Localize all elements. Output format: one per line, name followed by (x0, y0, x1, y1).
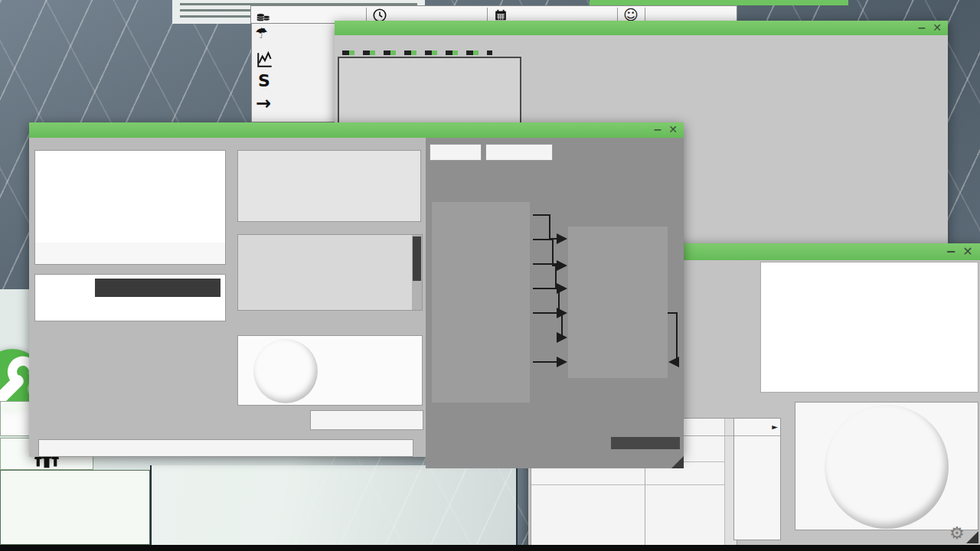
develop-button[interactable] (38, 439, 413, 457)
specializations-panel (237, 335, 423, 406)
resize-handle[interactable] (671, 456, 684, 468)
server-dropdown[interactable] (95, 279, 220, 297)
stock-list (760, 262, 978, 393)
line-chart-icon[interactable] (256, 50, 274, 73)
scm-dropdown[interactable] (95, 300, 220, 318)
bottom-toolbar (150, 465, 518, 545)
details-panel (237, 234, 423, 311)
resize-handle[interactable] (966, 531, 978, 543)
arrow-right-icon[interactable]: → (256, 93, 271, 114)
offscreen-window-edge (590, 0, 848, 5)
header-divider (734, 435, 780, 436)
market-share-pie-chart (825, 405, 949, 529)
close-icon[interactable]: ✕ (667, 124, 679, 135)
row-divider (531, 484, 724, 485)
minimize-button[interactable]: − (945, 246, 957, 258)
server-panel (34, 274, 226, 321)
feature-list-background (568, 227, 668, 378)
scrollbar-thumb[interactable] (413, 236, 421, 281)
chart-series-peek (342, 51, 492, 55)
character-info-panel[interactable] (0, 470, 150, 545)
stock-chart-side-panel: ☂↗ S → (251, 21, 335, 122)
features-panel (426, 138, 684, 468)
minimize-button[interactable]: − (916, 22, 928, 34)
minimize-button[interactable]: − (652, 124, 664, 135)
information-panel (34, 150, 226, 265)
finances-titlebar[interactable]: − ✕ (335, 21, 948, 35)
finances-table (647, 42, 944, 243)
market-share-panel (795, 402, 978, 530)
dependencies-list[interactable] (237, 150, 421, 222)
horizontal-scrollbar-thumb[interactable] (611, 437, 680, 449)
dollar-icon[interactable]: S (258, 71, 270, 90)
gear-icon[interactable]: ⚙ (949, 523, 965, 543)
close-icon[interactable]: ✕ (962, 246, 974, 258)
coins-icon (256, 8, 271, 26)
original-ip-button[interactable] (35, 243, 225, 264)
close-icon[interactable]: ✕ (931, 22, 943, 34)
feature-list-background (432, 202, 530, 403)
design-document-window: − ✕ (29, 122, 684, 457)
design-document-titlebar[interactable]: − ✕ (29, 122, 684, 138)
scrollbar[interactable] (412, 235, 422, 310)
patents-list: ► (733, 418, 781, 540)
letterbox-strip (0, 545, 980, 551)
umbrella-arrow-icon[interactable]: ☂↗ (255, 26, 268, 41)
specializations-pie-chart (253, 339, 318, 403)
finances-chart-area (338, 57, 521, 132)
team-select-button[interactable] (310, 410, 423, 430)
sort-arrow-icon[interactable]: ► (772, 422, 778, 431)
